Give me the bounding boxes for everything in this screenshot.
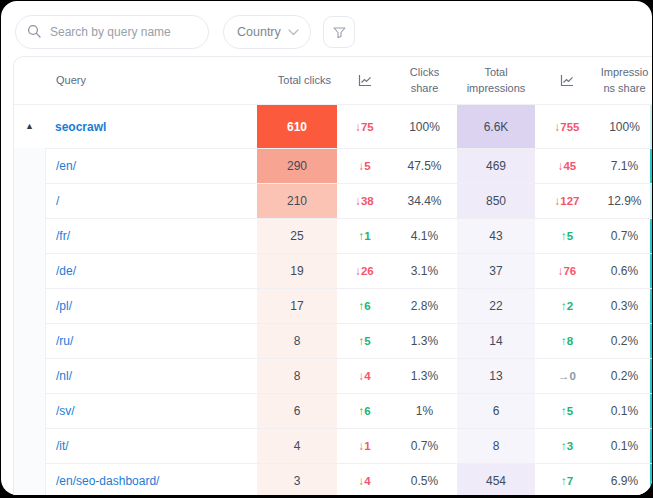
header-clicks-trend[interactable] xyxy=(337,74,392,87)
clicks-change-cell: ↓5 xyxy=(337,148,392,183)
query-link[interactable]: /nl/ xyxy=(56,369,72,383)
impressions-change-cell: ↑7 xyxy=(535,463,599,495)
total-impressions-value: 43 xyxy=(489,229,502,243)
total-impressions-cell: 6 xyxy=(457,393,535,428)
row-edge-indicator xyxy=(650,148,652,183)
table-row: /nl/8↓41.3%13→00.2% xyxy=(14,358,652,393)
clicks-change-value: ↓5 xyxy=(358,160,370,172)
impressions-share-cell: 0.1% xyxy=(599,428,650,463)
query-cell: /sv/ xyxy=(45,393,257,428)
clicks-change-cell: ↓38 xyxy=(337,183,392,218)
impressions-share-value: 0.7% xyxy=(611,229,638,243)
query-link[interactable]: seocrawl xyxy=(55,120,106,134)
query-link[interactable]: / xyxy=(56,194,59,208)
header-total-impressions[interactable]: Total impressions xyxy=(457,65,535,97)
total-clicks-cell: 4 xyxy=(257,428,337,463)
query-link[interactable]: /fr/ xyxy=(56,229,70,243)
impressions-change-cell: ↓127 xyxy=(535,183,599,218)
clicks-change-cell: ↓26 xyxy=(337,253,392,288)
expander-cell xyxy=(14,218,45,253)
impressions-change-value: ↑7 xyxy=(561,475,573,487)
clicks-share-cell: 0.7% xyxy=(392,428,457,463)
clicks-change-value: ↑5 xyxy=(358,335,370,347)
search-icon xyxy=(27,24,41,42)
query-link[interactable]: /pl/ xyxy=(56,299,72,313)
query-link[interactable]: /en/seo-dashboard/ xyxy=(56,474,159,488)
country-dropdown[interactable]: Country xyxy=(223,15,311,49)
query-link[interactable]: /sv/ xyxy=(56,404,75,418)
table-row: ▲seocrawl610↓75100%6.6K↓755100% xyxy=(14,104,652,148)
clicks-share-value: 100% xyxy=(409,120,440,134)
query-link[interactable]: /en/ xyxy=(56,159,76,173)
total-clicks-cell: 19 xyxy=(257,253,337,288)
clicks-share-value: 34.4% xyxy=(407,194,441,208)
table-row: /sv/6↑61%6↑50.1% xyxy=(14,393,652,428)
clicks-change-value: ↓4 xyxy=(358,475,370,487)
clicks-change-value: ↓4 xyxy=(358,370,370,382)
clicks-change-value: ↑6 xyxy=(358,405,370,417)
filter-button[interactable] xyxy=(323,16,355,48)
toolbar: Country xyxy=(15,15,652,49)
impressions-share-value: 0.1% xyxy=(611,404,638,418)
impressions-change-value: →0 xyxy=(558,370,576,382)
table-row: /en/290↓547.5%469↓457.1% xyxy=(14,148,652,183)
impressions-change-cell: ↑5 xyxy=(535,393,599,428)
query-cell: /ru/ xyxy=(45,323,257,358)
total-impressions-value: 850 xyxy=(486,194,506,208)
impressions-share-value: 0.2% xyxy=(611,334,638,348)
header-query[interactable]: Query xyxy=(14,73,257,89)
header-impressions-trend[interactable] xyxy=(535,74,599,87)
collapse-arrow-icon[interactable]: ▲ xyxy=(25,122,34,131)
total-impressions-cell: 37 xyxy=(457,253,535,288)
clicks-change-value: ↓38 xyxy=(355,195,374,207)
query-cell: /it/ xyxy=(45,428,257,463)
expander-cell xyxy=(14,253,45,288)
header-clicks-share[interactable]: Clicks share xyxy=(392,65,457,97)
row-edge-indicator xyxy=(650,393,652,428)
row-edge-indicator xyxy=(650,218,652,253)
table-row: /fr/25↑14.1%43↑50.7% xyxy=(14,218,652,253)
impressions-share-cell: 0.3% xyxy=(599,288,650,323)
query-table: Query Total clicks Clicks share Total im… xyxy=(13,56,652,495)
impressions-share-cell: 0.1% xyxy=(599,393,650,428)
clicks-change-value: ↓26 xyxy=(355,265,374,277)
total-clicks-value: 25 xyxy=(290,229,303,243)
clicks-share-value: 0.7% xyxy=(411,439,438,453)
chevron-down-icon xyxy=(288,29,299,36)
clicks-change-cell: ↓4 xyxy=(337,463,392,495)
impressions-change-value: ↑2 xyxy=(561,300,573,312)
clicks-share-cell: 100% xyxy=(392,104,457,148)
impressions-change-value: ↑8 xyxy=(561,335,573,347)
total-impressions-cell: 6.6K xyxy=(457,104,535,148)
table-body: ▲seocrawl610↓75100%6.6K↓755100%/en/290↓5… xyxy=(14,104,652,495)
impressions-change-cell: ↑2 xyxy=(535,288,599,323)
impressions-share-cell: 7.1% xyxy=(599,148,650,183)
header-total-clicks[interactable]: Total clicks xyxy=(257,73,337,89)
clicks-change-cell: ↓4 xyxy=(337,358,392,393)
row-edge-indicator xyxy=(650,253,652,288)
query-link[interactable]: /it/ xyxy=(56,439,69,453)
row-edge-indicator xyxy=(650,104,652,148)
impressions-share-cell: 0.6% xyxy=(599,253,650,288)
total-impressions-value: 13 xyxy=(489,369,502,383)
query-cell: /nl/ xyxy=(45,358,257,393)
query-cell: /en/seo-dashboard/ xyxy=(45,463,257,495)
query-cell: /fr/ xyxy=(45,218,257,253)
clicks-change-value: ↓1 xyxy=(358,440,370,452)
header-impressions-share[interactable]: Impressions share xyxy=(599,65,650,97)
search-input[interactable] xyxy=(15,15,209,49)
table-row: /it/4↓10.7%8↑30.1% xyxy=(14,428,652,463)
trend-chart-icon xyxy=(560,74,574,87)
impressions-share-value: 0.3% xyxy=(611,299,638,313)
impressions-share-value: 0.6% xyxy=(611,264,638,278)
query-link[interactable]: /de/ xyxy=(56,264,76,278)
total-clicks-cell: 290 xyxy=(257,148,337,183)
query-link[interactable]: /ru/ xyxy=(56,334,73,348)
total-clicks-cell: 8 xyxy=(257,323,337,358)
impressions-change-value: ↓45 xyxy=(558,160,577,172)
clicks-share-cell: 1.3% xyxy=(392,358,457,393)
impressions-share-value: 0.2% xyxy=(611,369,638,383)
query-cell: /pl/ xyxy=(45,288,257,323)
total-clicks-value: 290 xyxy=(287,159,307,173)
total-impressions-cell: 850 xyxy=(457,183,535,218)
